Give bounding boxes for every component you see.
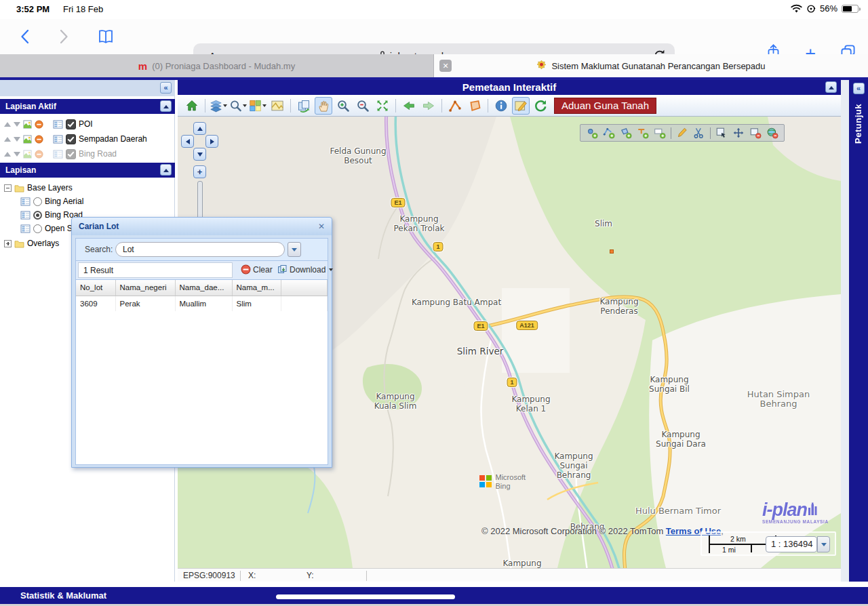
layer-panel-icon[interactable] — [53, 120, 63, 129]
dialog-header[interactable]: Carian Lot ✕ — [72, 218, 332, 235]
layer-style-icon[interactable] — [23, 135, 32, 144]
map-copyright: © 2022 Microsoft Corporation © 2022 TomT… — [481, 526, 724, 536]
add-point-icon[interactable] — [586, 127, 598, 139]
legend-collapse-button[interactable]: « — [853, 83, 865, 94]
edit-feature-icon[interactable] — [676, 127, 688, 139]
layer-style-icon[interactable] — [23, 150, 32, 159]
zoom-menu-icon[interactable] — [229, 97, 247, 115]
add-measure-icon[interactable] — [637, 127, 649, 139]
column-header-empty[interactable] — [281, 280, 328, 296]
select-feature-icon[interactable] — [715, 127, 728, 139]
layers-title: Lapisan — [5, 165, 36, 175]
pan-left-button[interactable] — [181, 135, 194, 148]
bottom-gap — [0, 582, 868, 587]
identify-icon[interactable] — [492, 97, 510, 115]
move-layer-down-icon[interactable] — [14, 137, 20, 142]
tiles-menu-icon[interactable] — [249, 97, 267, 115]
remove-layer-icon[interactable] — [35, 135, 43, 144]
column-header-no-lot[interactable]: No_lot — [76, 280, 115, 296]
back-button[interactable] — [15, 27, 34, 46]
scale-dropdown-icon[interactable] — [817, 536, 830, 552]
forward-button[interactable] — [54, 27, 73, 46]
add-polygon-icon[interactable] — [620, 127, 632, 139]
collapse-node-icon[interactable] — [4, 184, 12, 192]
layers-collapse-button[interactable] — [160, 164, 172, 176]
sidebar-collapse-button[interactable]: « — [160, 82, 172, 94]
delete-feature-icon[interactable] — [749, 127, 762, 139]
layer-panel-icon[interactable] — [53, 135, 63, 144]
pan-tool-icon[interactable] — [315, 97, 332, 115]
move-layer-down-icon[interactable] — [14, 122, 20, 127]
expand-node-icon[interactable] — [4, 240, 12, 247]
base-layer-radio[interactable] — [33, 224, 42, 233]
epsg-label: EPSG:900913 — [183, 571, 235, 580]
table-row[interactable]: 3609PerakMuallimSlim — [76, 296, 328, 311]
next-extent-icon[interactable] — [420, 97, 437, 115]
layer-style-icon[interactable] — [23, 120, 32, 129]
close-tab-icon[interactable]: ✕ — [439, 60, 452, 72]
layer-checkbox[interactable] — [66, 149, 76, 159]
pan-up-button[interactable] — [193, 122, 206, 135]
tab-iplan-label: Sistem Maklumat Gunatanah Perancangan Be… — [551, 61, 765, 71]
home-icon[interactable] — [183, 97, 201, 115]
layer-panel-icon[interactable] — [53, 150, 63, 159]
remove-layer-icon[interactable] — [35, 120, 43, 129]
base-layer-radio[interactable] — [33, 211, 42, 220]
aduan-guna-tanah-button[interactable]: Aduan Guna Tanah — [554, 98, 656, 114]
draw-tool-icon[interactable] — [512, 97, 530, 115]
column-header-nama-m-[interactable]: Nama_m... — [232, 280, 281, 296]
legend-tab[interactable]: Petunjuk — [853, 104, 865, 144]
column-header-nama-negeri[interactable]: Nama_negeri — [115, 280, 175, 296]
active-layers-panel-header: Lapisan Aktif — [0, 99, 175, 114]
map-place-label: Hutan SimpanBehrang — [747, 390, 810, 409]
cut-feature-icon[interactable] — [693, 127, 705, 139]
move-feature-icon[interactable] — [732, 127, 745, 139]
map-header-collapse-button[interactable] — [825, 81, 837, 93]
dialog-close-icon[interactable]: ✕ — [316, 221, 327, 232]
rotation-lock-icon — [806, 4, 816, 14]
zoom-extent-icon[interactable] — [374, 97, 391, 115]
move-layer-up-icon[interactable] — [4, 137, 11, 142]
ipad-screen: 3:52 PM Fri 18 Feb 56% AA iplan.townplan… — [0, 0, 868, 606]
zoom-in-button[interactable]: + — [193, 165, 206, 178]
base-layers-node[interactable]: Base Layers — [0, 180, 175, 195]
search-input[interactable] — [115, 242, 285, 257]
previous-extent-icon[interactable] — [400, 97, 418, 115]
move-layer-up-icon[interactable] — [4, 122, 11, 127]
tab-mudah[interactable]: m (0) Proniaga Dashboard - Mudah.my — [0, 54, 434, 77]
move-layer-up-icon[interactable] — [4, 152, 11, 157]
add-line-icon[interactable] — [603, 127, 615, 139]
measure-area-icon[interactable] — [466, 97, 484, 115]
layers-menu-icon[interactable] — [210, 97, 227, 115]
column-header-nama-dae-[interactable]: Nama_dae... — [175, 280, 232, 296]
zoom-in-icon[interactable] — [334, 97, 352, 115]
bookmarks-icon[interactable] — [96, 27, 115, 46]
map-export-icon[interactable] — [269, 97, 286, 115]
add-label-icon[interactable] — [654, 127, 666, 139]
scale-select[interactable]: 1 : 136494 — [766, 536, 817, 552]
map-header: Pemetaan Interaktif — [178, 80, 841, 95]
download-button[interactable]: Download — [277, 264, 333, 275]
map-title: Pemetaan Interaktif — [178, 80, 841, 95]
move-layer-down-icon[interactable] — [14, 152, 20, 157]
clear-button[interactable]: Clear — [241, 264, 273, 275]
active-layer-row-sempadan-daerah: Sempadan Daerah — [0, 132, 175, 146]
remove-layer-icon[interactable] — [35, 150, 43, 159]
pan-right-button[interactable] — [205, 135, 218, 148]
search-dropdown-icon[interactable] — [288, 242, 301, 257]
pan-down-button[interactable] — [193, 148, 206, 161]
active-layer-row-bing-road: Bing Road — [0, 146, 175, 161]
refresh-layers-icon[interactable] — [295, 97, 313, 115]
layer-checkbox[interactable] — [66, 119, 76, 129]
battery-percent: 56% — [820, 3, 837, 14]
base-layer-radio[interactable] — [33, 197, 42, 206]
tab-iplan[interactable]: ✕ Sistem Maklumat Gunatanah Perancangan … — [434, 54, 868, 77]
home-indicator[interactable] — [276, 594, 455, 599]
zoom-out-icon[interactable] — [354, 97, 372, 115]
measure-length-icon[interactable] — [446, 97, 464, 115]
active-layers-collapse-button[interactable] — [160, 100, 172, 112]
sync-icon[interactable] — [532, 97, 549, 115]
base-layer-bing-aerial[interactable]: Bing Aerial — [0, 194, 175, 209]
layer-checkbox[interactable] — [66, 134, 76, 144]
clear-globe-icon[interactable] — [766, 127, 778, 139]
